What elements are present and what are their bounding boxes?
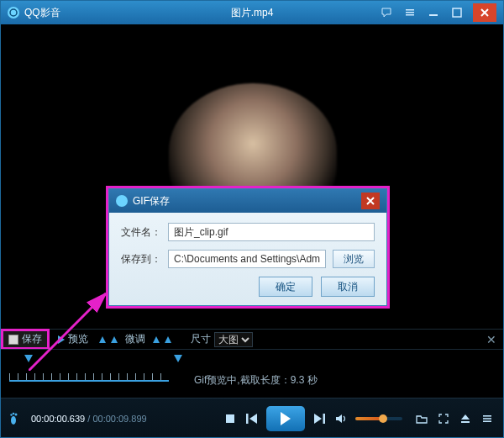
volume-thumb[interactable]: [379, 414, 387, 423]
svg-point-8: [15, 413, 18, 415]
footprint-icon[interactable]: [9, 412, 21, 425]
timeline-selection: [9, 380, 169, 382]
svg-line-6: [29, 293, 106, 371]
filename-row: 文件名：: [121, 223, 375, 241]
svg-rect-3: [406, 14, 414, 16]
maximize-icon[interactable]: [449, 5, 465, 20]
app-window: QQ影音 图片.mp4 GIF保存: [0, 0, 504, 438]
ok-button[interactable]: 确定: [259, 277, 312, 297]
size-select[interactable]: 大图: [214, 332, 253, 347]
cancel-button[interactable]: 取消: [321, 277, 375, 297]
play-icon: [281, 412, 291, 425]
volume-icon[interactable]: [333, 411, 349, 426]
open-file-icon[interactable]: [414, 411, 429, 426]
saveto-row: 保存到： 浏览: [121, 250, 375, 268]
svg-point-10: [10, 414, 12, 415]
app-name: QQ影音: [24, 6, 60, 20]
dialog-titlebar: GIF保存: [109, 189, 386, 213]
playerbar: 00:00:00.639 / 00:00:09.899: [1, 398, 503, 438]
video-area: GIF保存 文件名： 保存到： 浏览: [1, 24, 503, 329]
filename-input[interactable]: [168, 223, 375, 241]
playback-controls: [223, 406, 495, 431]
feedback-icon[interactable]: [379, 5, 394, 20]
svg-rect-17: [483, 420, 491, 422]
dialog-buttons: 确定 取消: [121, 277, 375, 297]
title-file-name: 图片.mp4: [231, 6, 274, 20]
toolstrip-close-icon[interactable]: ✕: [486, 333, 496, 346]
dialog-logo-icon: [116, 195, 128, 207]
menu-icon[interactable]: [402, 5, 417, 20]
marker-right-back-icon[interactable]: [153, 336, 160, 343]
right-controls: [414, 411, 495, 426]
minimize-icon[interactable]: [426, 5, 441, 20]
titlebar: QQ影音 图片.mp4: [1, 1, 503, 24]
playlist-icon[interactable]: [480, 411, 495, 426]
range-end-handle[interactable]: [174, 355, 182, 362]
browse-button[interactable]: 浏览: [333, 250, 375, 268]
svg-rect-2: [406, 12, 414, 13]
svg-rect-11: [226, 414, 234, 423]
prev-button[interactable]: [244, 411, 260, 426]
stop-button[interactable]: [223, 411, 238, 426]
play-button[interactable]: [266, 406, 305, 431]
svg-point-7: [11, 416, 16, 425]
time-duration: 00:00:09.899: [92, 414, 146, 424]
dialog-body: 文件名： 保存到： 浏览 确定 取消: [109, 213, 386, 305]
annotation-arrow-icon: [29, 287, 113, 371]
time-current: 00:00:00.639: [31, 414, 85, 424]
gif-save-dialog: GIF保存 文件名： 保存到： 浏览: [108, 188, 387, 306]
volume-slider[interactable]: [355, 417, 402, 420]
next-button[interactable]: [312, 411, 327, 426]
size-group: 尺寸 大图: [191, 332, 253, 347]
filename-label: 文件名：: [121, 225, 168, 240]
svg-rect-14: [461, 421, 470, 423]
svg-rect-12: [246, 414, 249, 424]
saveto-label: 保存到：: [121, 252, 168, 266]
svg-rect-16: [483, 418, 491, 420]
dialog-close-button[interactable]: [361, 193, 380, 209]
svg-rect-4: [429, 14, 438, 16]
svg-point-0: [10, 9, 17, 16]
fullscreen-icon[interactable]: [436, 411, 451, 426]
svg-rect-15: [483, 415, 491, 417]
timeline-status: Gif预览中,截取长度：9.3 秒: [194, 373, 318, 388]
finetune-label: 微调: [125, 332, 145, 346]
gif-save-dialog-highlight: GIF保存 文件名： 保存到： 浏览: [106, 186, 390, 309]
disk-icon: [8, 335, 18, 345]
saveto-input[interactable]: [168, 250, 326, 268]
svg-rect-1: [406, 9, 414, 11]
svg-rect-5: [453, 8, 461, 17]
svg-point-9: [13, 412, 15, 414]
svg-rect-13: [323, 414, 326, 424]
eject-icon[interactable]: [458, 411, 473, 426]
time-display: 00:00:00.639 / 00:00:09.899: [31, 414, 147, 424]
marker-right-fwd-icon[interactable]: [165, 336, 171, 343]
app-logo-icon: [8, 7, 19, 18]
volume-fill: [355, 417, 381, 420]
size-label: 尺寸: [191, 332, 211, 346]
dialog-title: GIF保存: [133, 194, 170, 208]
window-controls: [379, 3, 496, 22]
close-window-icon[interactable]: [473, 3, 496, 22]
